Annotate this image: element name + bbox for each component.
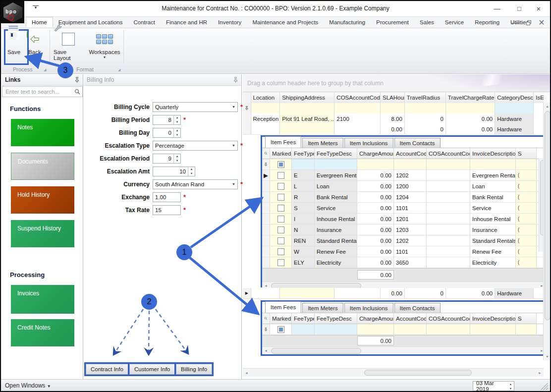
cell-chargeamount[interactable]: 0.00 <box>357 170 394 180</box>
column-header-invoicedescription[interactable]: InvoiceDescription <box>470 148 516 159</box>
pin-icon[interactable] <box>74 77 80 83</box>
checkbox[interactable] <box>277 183 284 190</box>
column-header-chargeamount[interactable]: ChargeAmount <box>357 148 394 159</box>
workspaces-dropdown-icon[interactable]: ▼ <box>103 56 107 59</box>
cell-location[interactable] <box>251 288 280 298</box>
cell-feetypedesc[interactable]: Standard Rentals <box>315 235 357 246</box>
cell-cosaccountcode[interactable] <box>334 124 381 134</box>
cell-marked[interactable] <box>270 224 292 235</box>
cell-ise[interactable] <box>534 288 544 298</box>
cell-cosaccountcode[interactable] <box>427 181 470 191</box>
filter-checkbox-cell[interactable] <box>270 159 292 169</box>
table-row[interactable]: W Renew Fee 0.00 1101 Renew Fee ( <box>262 246 546 257</box>
cell-accountcode[interactable]: 1101 <box>394 203 427 213</box>
resize-grip[interactable] <box>541 383 548 390</box>
cell-travelradius[interactable]: 0 <box>405 288 446 298</box>
checkbox[interactable] <box>277 216 284 223</box>
scroll-left-icon[interactable]: ◄ <box>262 347 270 354</box>
column-header-feetypedesc[interactable]: FeeTypeDesc <box>315 148 357 159</box>
cell-chargeamount[interactable]: 0.00 <box>357 224 394 235</box>
column-header-feetypedesc[interactable]: FeeTypeDesc <box>315 313 357 324</box>
cell-marked[interactable] <box>270 192 292 202</box>
documents-button[interactable]: Documents <box>11 153 74 180</box>
cell-marked[interactable] <box>270 170 292 180</box>
notes-button[interactable]: Notes <box>11 119 74 146</box>
filter-cell[interactable] <box>357 159 394 169</box>
cell-feetypedesc[interactable]: Electricity <box>315 257 357 268</box>
table-row[interactable]: ▶ 0.00 0 0.00 Hardware <box>243 288 544 299</box>
cell-accountcode[interactable]: 1200 <box>394 181 427 191</box>
cell-cosaccountcode[interactable] <box>427 246 470 257</box>
filter-cell[interactable] <box>495 103 534 113</box>
workspaces-button[interactable]: Workspaces ▼ <box>88 30 121 59</box>
ribbon-minimize-icon[interactable]: — <box>510 19 521 27</box>
spinner-arrows-icon[interactable]: ▲▼ <box>173 154 180 163</box>
column-header-slahours[interactable]: SLAHours <box>381 92 405 103</box>
table-row[interactable]: REN Standard Rentals 0.00 1202 Standard … <box>262 235 546 246</box>
cell-location[interactable] <box>251 124 280 134</box>
column-header-feetype[interactable]: FeeType <box>292 313 315 324</box>
cell-cosaccountcode[interactable] <box>427 224 470 235</box>
grid-horizontal-scrollbar[interactable]: ◄ ► <box>243 368 544 377</box>
search-input[interactable] <box>4 88 74 95</box>
open-windows-button[interactable]: Open Windows ▼ <box>5 382 51 389</box>
tab-reporting[interactable]: Reporting <box>469 17 505 27</box>
checkbox[interactable] <box>277 248 284 255</box>
cell-clipped[interactable]: ( <box>516 192 537 202</box>
column-header-accountcode[interactable]: AccountCode <box>394 148 427 159</box>
tab-finance-and-hr[interactable]: Finance and HR <box>161 17 213 27</box>
cell-invoicedescription[interactable]: Service <box>470 203 516 213</box>
column-header-categorydesc[interactable]: CategoryDesc <box>495 92 534 103</box>
maximize-button[interactable]: □ <box>511 3 528 14</box>
cell-invoicedescription[interactable]: Loan <box>470 181 516 191</box>
group-by-bar[interactable]: Drag a column header here to group by th… <box>243 74 551 92</box>
filter-cell[interactable] <box>357 324 394 335</box>
scroll-down-icon[interactable]: ▼ <box>544 353 551 360</box>
cell-feetype[interactable]: I <box>292 214 315 224</box>
escalation-amt-spinner[interactable]: 10▲▼ <box>153 167 195 176</box>
cell-accountcode[interactable]: 1203 <box>394 224 427 235</box>
cell-accountcode[interactable]: 1101 <box>394 246 427 257</box>
tab-equipment-and-locations[interactable]: Equipment and Locations <box>53 17 128 27</box>
cell-marked[interactable] <box>270 214 292 224</box>
cell-feetypedesc[interactable]: Inhouse Rental <box>315 214 357 224</box>
filter-pin-icon[interactable] <box>243 103 251 113</box>
checkbox[interactable] <box>277 259 284 266</box>
scroll-left-icon[interactable]: ◄ <box>243 369 250 377</box>
cell-feetype[interactable]: ELY <box>292 257 315 268</box>
cell-marked[interactable] <box>270 257 292 268</box>
cell-accountcode[interactable]: 1201 <box>394 214 427 224</box>
checkbox[interactable] <box>277 237 284 244</box>
checkbox[interactable] <box>277 326 284 333</box>
credit-notes-button[interactable]: Credit Notes <box>11 319 74 346</box>
checkbox[interactable] <box>277 205 284 212</box>
cell-slahours[interactable]: 8.00 <box>381 113 405 124</box>
cell-chargeamount[interactable]: 0.00 <box>357 246 394 257</box>
filter-cell[interactable] <box>315 324 357 335</box>
app-logo[interactable]: bpo <box>1 1 24 23</box>
tab-item-inclusions[interactable]: Item Inclusions <box>344 138 393 148</box>
table-row[interactable]: N Insurance 0.00 1203 Insurance ( <box>262 224 546 235</box>
save-layout-button[interactable]: Save Layout <box>54 30 84 61</box>
filter-cell[interactable] <box>292 324 315 335</box>
tab-sales[interactable]: Sales <box>414 17 440 27</box>
minimize-button[interactable]: — <box>489 3 505 14</box>
cell-accountcode[interactable]: 1202 <box>394 235 427 246</box>
scroll-up-icon[interactable]: ▲ <box>544 103 551 110</box>
tab-item-fees[interactable]: Item Fees <box>265 301 301 313</box>
escalation-type-dropdown[interactable]: Percentage▼ <box>153 141 238 151</box>
cell-clipped[interactable]: ( <box>516 170 537 180</box>
tab-item-meters[interactable]: Item Meters <box>302 138 343 148</box>
process-dialog-launcher-icon[interactable]: ◢ <box>44 68 46 72</box>
column-header-cosaccountcode[interactable]: COSAccountCode <box>334 92 381 103</box>
filter-pin-icon[interactable] <box>262 324 270 335</box>
chevron-down-icon[interactable]: ▼ <box>230 103 237 112</box>
filter-cell[interactable] <box>394 159 427 169</box>
tab-contract[interactable]: Contract <box>128 17 160 27</box>
filter-cell[interactable] <box>394 324 427 335</box>
cell-chargeamount[interactable]: 0.00 <box>357 203 394 213</box>
cell-accountcode[interactable]: 1204 <box>394 192 427 202</box>
ribbon-restore-icon[interactable] <box>523 19 534 27</box>
cell-travelchargerate[interactable]: 0.00 <box>446 288 495 298</box>
cell-travelradius[interactable]: 0 <box>405 113 446 124</box>
